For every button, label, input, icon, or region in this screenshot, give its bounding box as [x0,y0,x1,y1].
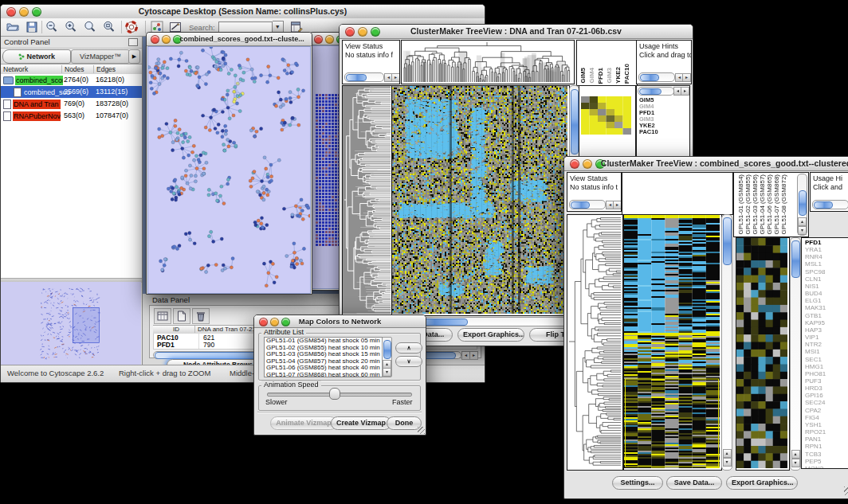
save-icon[interactable] [25,20,39,34]
close-button[interactable] [259,318,268,326]
delete-attribute-icon[interactable] [192,308,210,324]
scroll-right-arrow[interactable]: ▸ [391,73,400,82]
attribute-listbox[interactable]: GPL51-01 (GSM854) heat shock 05 minGPL51… [264,337,383,377]
animate-vizmap-button[interactable]: Animate Vizmap [270,416,337,430]
attribute-list-item[interactable]: GPL51-07 (GSM868) heat shock 60 min [265,372,382,377]
minimize-button[interactable] [583,159,592,169]
file-icon [3,111,11,121]
minimize-button[interactable] [162,35,171,44]
hscroll-thumb[interactable] [640,74,659,82]
gene-label: MAK31 [805,304,848,311]
main-title-bar[interactable]: Cytoscape Desktop (Session Name: collins… [1,5,485,19]
tv2-status-hscroll[interactable] [569,200,606,209]
scroll-up-arrow[interactable]: ▴ [791,450,800,459]
settings-button[interactable]: Settings... [612,476,663,490]
move-down-button[interactable]: ∨ [395,356,422,367]
zoom-out-icon[interactable] [45,20,59,34]
network2-graph-canvas[interactable] [316,94,340,247]
gene-label: ELG1 [805,297,848,304]
vscroll-thumb[interactable] [571,89,579,154]
data-row-id: PFD1 [154,341,199,349]
close-button[interactable] [314,35,323,44]
tv2-gene-list[interactable]: PFD1YRA1RNR4MSL1SPC98CLN1NIS1BUD4ELG1MAK… [801,237,848,469]
network-table-header[interactable]: Network Nodes Edges [1,64,142,75]
tv2-heatmap-vscroll[interactable]: ▴ ▾ [721,214,732,471]
tv1-global-heatmap[interactable] [391,85,570,316]
network-graph-canvas[interactable] [147,46,311,294]
tv1-status-hscroll[interactable] [344,72,384,82]
dialog-separator [257,412,422,412]
scroll-down-arrow[interactable]: ▾ [798,226,807,235]
minimize-button[interactable] [325,35,334,44]
resize-grip[interactable] [418,427,425,434]
done-button[interactable]: Done [387,416,422,430]
treeview1-title-bar[interactable]: ClusterMaker TreeView : DNA and Tran 07-… [340,25,693,39]
export-graphics-button[interactable]: Export Graphics... [457,328,524,342]
attribute-table-icon[interactable] [154,308,171,324]
zoom-fit-icon[interactable] [83,20,97,34]
hscroll-thumb[interactable] [571,201,590,209]
vscroll-thumb[interactable] [383,340,391,359]
scroll-up-arrow[interactable]: ▴ [798,217,807,226]
help-lifering-icon[interactable] [124,20,139,34]
move-up-button[interactable]: ∧ [395,342,422,354]
tab-overflow-button[interactable]: ▶ [128,49,140,64]
close-button[interactable] [151,35,159,44]
tv2-labels-vscroll[interactable]: ▴ ▾ [797,174,807,236]
scroll-right-arrow[interactable]: ▸ [682,73,691,82]
hscroll-thumb[interactable] [346,74,367,82]
network-row[interactable]: combined_scores2764(0)16218(0) [1,74,142,86]
scroll-down-arrow[interactable]: ▾ [723,458,732,467]
network-row[interactable]: DNA and Tran 07769(0)183728(0) [1,98,142,110]
zoom-in-icon[interactable] [64,20,78,34]
tv2-zoom-heatmap[interactable] [736,237,790,471]
network-row[interactable]: RNAPuberNov2+563(0)107847(0) [1,110,142,122]
network-overview-canvas[interactable] [1,282,141,365]
tv1-genelist-hscroll[interactable] [638,87,674,96]
tv1-array-dendrogram[interactable] [401,40,575,84]
scroll-right-arrow[interactable]: ▸ [613,201,622,209]
minimize-button[interactable] [19,7,29,17]
tab-vizmapper[interactable]: VizMapper™ [71,49,130,64]
zoom-button[interactable] [281,318,290,326]
network1-title-bar[interactable]: combined_scores_good.txt--cluste... [147,33,312,46]
tv1-usage-hscroll[interactable] [638,72,675,82]
tv2-global-heatmap[interactable] [623,214,722,471]
new-attribute-icon[interactable] [173,308,190,324]
export-graphics-button[interactable]: Export Graphics... [726,476,798,490]
close-button[interactable] [6,7,16,17]
vscroll-thumb[interactable] [723,217,732,265]
tv2-zoom-vscroll[interactable]: ▴ ▾ [790,237,801,471]
create-vizmap-button[interactable]: Create Vizmap [331,416,391,430]
vscroll-thumb[interactable] [791,240,800,278]
float-panel-icon[interactable] [128,38,138,46]
treeview2-title-bar[interactable]: ClusterMaker TreeView : combined_scores_… [564,157,848,171]
scroll-down-arrow[interactable]: ▾ [383,368,391,377]
vscroll-thumb[interactable] [799,190,807,216]
gene-label: PEP5 [805,458,848,465]
minimize-button[interactable] [358,27,367,37]
dialog-title-bar[interactable]: Map Colors to Network [254,315,426,328]
close-button[interactable] [345,27,355,37]
tv2-array-dendrogram[interactable] [622,172,733,215]
hscroll-thumb[interactable] [639,88,662,96]
save-data-button[interactable]: Save Data... [666,476,722,490]
zoom-selected-icon[interactable] [102,20,116,34]
scroll-down-arrow[interactable]: ▾ [791,459,800,467]
scroll-up-arrow[interactable]: ▴ [723,449,732,458]
animation-slider-thumb[interactable] [329,388,340,400]
scroll-right-arrow[interactable]: ▸ [681,87,689,96]
hscroll-thumb[interactable] [814,201,833,209]
attribute-list-vscroll[interactable]: ▴ ▾ [382,337,392,377]
open-file-icon[interactable] [6,20,20,34]
scroll-right-arrow[interactable]: ▸ [469,351,478,360]
resize-grip[interactable] [844,486,848,495]
network-row[interactable]: combined_sco2569(6)13112(15) [1,86,142,98]
tab-network[interactable]: Network [2,49,71,64]
gene-label: HRD3 [805,385,848,392]
tv2-gene-tree[interactable] [567,214,623,471]
tv1-gene-tree[interactable] [342,85,393,316]
close-button[interactable] [570,159,579,169]
minimize-button[interactable] [270,318,279,326]
tv2-usage-hscroll[interactable] [812,200,848,209]
